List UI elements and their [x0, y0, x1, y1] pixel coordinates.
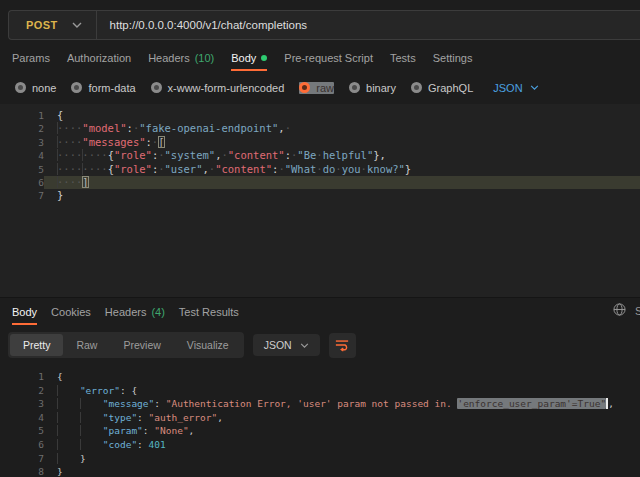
- radio-label: x-www-form-urlencoded: [168, 82, 285, 94]
- code-line[interactable]: 2····"model":·"fake-openai-endpoint",·: [0, 122, 640, 135]
- radio-label: none: [32, 82, 56, 94]
- token: :: [143, 425, 154, 436]
- view-visualize[interactable]: Visualize: [174, 334, 242, 356]
- request-url-row: POST http://0.0.0.0:4000/v1/chat/complet…: [0, 0, 640, 45]
- radio-icon: [71, 82, 82, 93]
- code-line[interactable]: 1{: [0, 370, 640, 384]
- response-tab-body[interactable]: Body: [12, 306, 37, 325]
- tab-label: Headers: [148, 52, 190, 64]
- token: }: [80, 453, 86, 464]
- code-line[interactable]: 2 "error": {: [0, 384, 640, 398]
- request-url-bar: POST http://0.0.0.0:4000/v1/chat/complet…: [8, 10, 640, 40]
- code-text: ········{"role":·"system",·"content":·"B…: [44, 149, 640, 162]
- line-number: 1: [0, 370, 44, 384]
- response-language-label: JSON: [264, 339, 292, 351]
- code-line[interactable]: 4········{"role":·"system",·"content":·"…: [0, 149, 640, 162]
- token: :: [154, 398, 165, 409]
- code-text: ····"model":·"fake-openai-endpoint",·: [44, 122, 640, 135]
- radio-icon: [151, 82, 162, 93]
- response-body-viewer[interactable]: 1{2 "error": {3 "message": "Authenticati…: [0, 364, 640, 477]
- code-text: "message": "Authentication Error, 'user'…: [44, 397, 640, 411]
- chevron-down-icon[interactable]: [72, 22, 82, 28]
- token: ····: [57, 122, 82, 134]
- body-type-none[interactable]: none: [15, 82, 56, 94]
- token: ····: [57, 163, 82, 175]
- code-text: {: [44, 109, 640, 122]
- token: "Be·helpful": [297, 149, 373, 161]
- token: [57, 453, 80, 464]
- code-line[interactable]: 1{: [0, 109, 640, 122]
- token: : {: [120, 385, 137, 396]
- code-line[interactable]: 6····]: [0, 176, 640, 189]
- token: [80, 439, 103, 450]
- token: }: [405, 163, 411, 175]
- response-view-switcher: PrettyRawPreviewVisualize: [8, 332, 244, 358]
- tab-label: Headers: [105, 306, 147, 318]
- code-line[interactable]: 3····"messages":·[: [0, 136, 640, 149]
- response-toolbar: PrettyRawPreviewVisualize JSON: [0, 325, 640, 364]
- radio-icon: [349, 82, 360, 93]
- code-text: ····"messages":·[: [44, 136, 640, 149]
- request-language-dropdown[interactable]: JSON: [493, 82, 538, 94]
- body-type-raw[interactable]: raw: [299, 82, 334, 94]
- code-line[interactable]: 5········{"role":·"user",·"content":·"Wh…: [0, 163, 640, 176]
- radio-label: binary: [366, 82, 396, 94]
- code-line[interactable]: 4 "type": "auth_error",: [0, 411, 640, 425]
- tab-params[interactable]: Params: [12, 52, 50, 71]
- code-text: "code": 401: [44, 438, 640, 452]
- tab-pre-request-script[interactable]: Pre-request Script: [284, 52, 373, 71]
- view-raw[interactable]: Raw: [63, 334, 110, 356]
- line-number: 8: [0, 465, 44, 477]
- token: [80, 398, 103, 409]
- token: "content": [215, 163, 272, 175]
- token: [57, 425, 80, 436]
- request-language-label: JSON: [493, 82, 522, 94]
- line-number: 5: [0, 163, 44, 176]
- tab-settings[interactable]: Settings: [433, 52, 473, 71]
- response-tab-cookies[interactable]: Cookies: [51, 306, 91, 325]
- code-line[interactable]: 3 "message": "Authentication Error, 'use…: [0, 397, 640, 411]
- response-tab-test-results[interactable]: Test Results: [179, 306, 239, 325]
- tab-label: Test Results: [179, 306, 239, 318]
- tab-tests[interactable]: Tests: [390, 52, 416, 71]
- tab-body[interactable]: Body: [231, 52, 267, 71]
- response-tab-headers[interactable]: Headers(4): [105, 306, 165, 325]
- code-line[interactable]: 6 "code": 401: [0, 438, 640, 452]
- token: "role": [114, 149, 152, 161]
- token: "system": [165, 149, 216, 161]
- token: [57, 398, 80, 409]
- code-line[interactable]: 5 "param": "None",: [0, 424, 640, 438]
- tab-authorization[interactable]: Authorization: [67, 52, 131, 71]
- wrap-text-button[interactable]: [329, 333, 356, 358]
- body-type-graphql[interactable]: GraphQL: [411, 82, 473, 94]
- token: ····: [57, 136, 82, 148]
- method-selector[interactable]: POST: [9, 19, 72, 31]
- token: ,: [217, 412, 223, 423]
- body-type-binary[interactable]: binary: [349, 82, 396, 94]
- line-number: 6: [0, 176, 44, 189]
- wrap-text-icon: [334, 338, 350, 352]
- token: },: [373, 149, 386, 161]
- line-number: 3: [0, 136, 44, 149]
- response-header: BodyCookiesHeaders(4)Test Results S: [0, 297, 640, 325]
- body-type-form-data[interactable]: form-data: [71, 82, 135, 94]
- line-number: 5: [0, 424, 44, 438]
- body-type-x-www-form-urlencoded[interactable]: x-www-form-urlencoded: [151, 82, 285, 94]
- divider: [96, 11, 97, 39]
- request-body-editor[interactable]: 1{2····"model":·"fake-openai-endpoint",·…: [0, 104, 640, 297]
- code-line[interactable]: 7 }: [0, 452, 640, 466]
- token: "type": [103, 412, 137, 423]
- view-pretty[interactable]: Pretty: [10, 334, 63, 356]
- token: ,·: [215, 149, 228, 161]
- token: :·: [272, 163, 285, 175]
- code-line[interactable]: 8}: [0, 465, 640, 477]
- token: {: [57, 371, 63, 382]
- url-input[interactable]: http://0.0.0.0:4000/v1/chat/completions: [110, 19, 308, 31]
- radio-icon: [299, 82, 310, 93]
- token: ····: [57, 149, 82, 161]
- tab-headers[interactable]: Headers(10): [148, 52, 214, 71]
- token: "content": [228, 149, 285, 161]
- code-line[interactable]: 7}: [0, 189, 640, 202]
- view-preview[interactable]: Preview: [110, 334, 173, 356]
- response-language-dropdown[interactable]: JSON: [253, 334, 320, 356]
